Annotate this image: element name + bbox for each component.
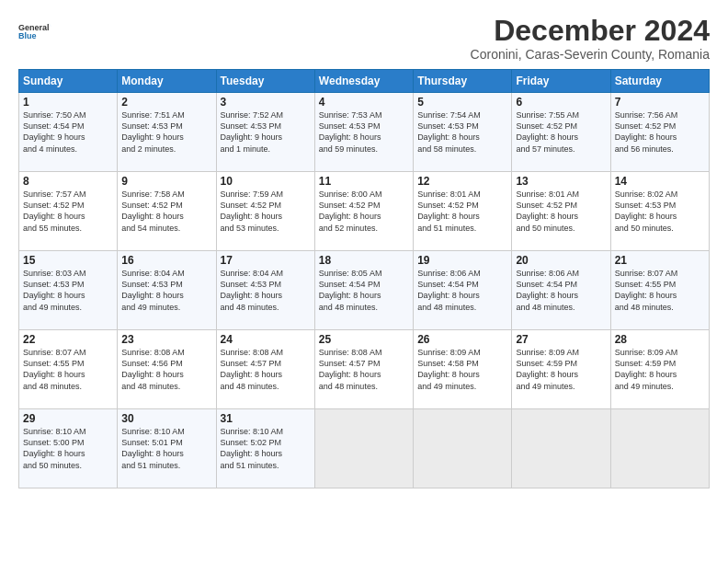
calendar-cell: 15Sunrise: 8:03 AM Sunset: 4:53 PM Dayli… — [19, 251, 118, 330]
day-number: 11 — [319, 175, 409, 188]
day-number: 25 — [319, 333, 409, 346]
calendar-cell: 13Sunrise: 8:01 AM Sunset: 4:52 PM Dayli… — [512, 172, 610, 251]
calendar-cell: 1Sunrise: 7:50 AM Sunset: 4:54 PM Daylig… — [19, 93, 118, 172]
day-number: 29 — [23, 412, 113, 425]
calendar-cell: 21Sunrise: 8:07 AM Sunset: 4:55 PM Dayli… — [610, 251, 709, 330]
day-info: Sunrise: 8:08 AM Sunset: 4:57 PM Dayligh… — [221, 347, 311, 392]
day-info: Sunrise: 7:53 AM Sunset: 4:53 PM Dayligh… — [319, 109, 409, 155]
day-number: 4 — [319, 96, 409, 109]
day-info: Sunrise: 8:06 AM Sunset: 4:54 PM Dayligh… — [516, 268, 606, 313]
header-day-tuesday: Tuesday — [216, 70, 314, 93]
day-info: Sunrise: 8:07 AM Sunset: 4:55 PM Dayligh… — [23, 347, 113, 392]
day-number: 5 — [417, 96, 507, 109]
day-number: 9 — [121, 175, 211, 188]
day-number: 8 — [23, 175, 113, 188]
calendar-cell: 30Sunrise: 8:10 AM Sunset: 5:01 PM Dayli… — [118, 409, 216, 488]
calendar-cell — [610, 409, 709, 488]
day-info: Sunrise: 8:09 AM Sunset: 4:59 PM Dayligh… — [615, 347, 705, 392]
day-info: Sunrise: 8:08 AM Sunset: 4:56 PM Dayligh… — [121, 347, 211, 392]
calendar-cell: 26Sunrise: 8:09 AM Sunset: 4:58 PM Dayli… — [414, 330, 512, 409]
day-info: Sunrise: 7:51 AM Sunset: 4:53 PM Dayligh… — [121, 109, 211, 155]
main-title: December 2024 — [471, 15, 710, 47]
day-info: Sunrise: 8:09 AM Sunset: 4:58 PM Dayligh… — [417, 347, 507, 392]
calendar-cell: 7Sunrise: 7:56 AM Sunset: 4:52 PM Daylig… — [610, 93, 709, 172]
day-number: 1 — [23, 96, 113, 109]
calendar-cell: 3Sunrise: 7:52 AM Sunset: 4:53 PM Daylig… — [216, 93, 314, 172]
week-row-3: 15Sunrise: 8:03 AM Sunset: 4:53 PM Dayli… — [19, 251, 710, 330]
calendar-cell: 14Sunrise: 8:02 AM Sunset: 4:53 PM Dayli… — [610, 172, 709, 251]
day-number: 18 — [319, 254, 409, 267]
day-info: Sunrise: 8:04 AM Sunset: 4:53 PM Dayligh… — [121, 268, 211, 313]
calendar-cell: 28Sunrise: 8:09 AM Sunset: 4:59 PM Dayli… — [610, 330, 709, 409]
calendar-cell: 5Sunrise: 7:54 AM Sunset: 4:53 PM Daylig… — [414, 93, 512, 172]
day-number: 15 — [23, 254, 113, 267]
logo-svg: General Blue — [18, 15, 51, 48]
calendar-cell: 16Sunrise: 8:04 AM Sunset: 4:53 PM Dayli… — [118, 251, 216, 330]
day-number: 10 — [221, 175, 311, 188]
day-number: 28 — [615, 333, 705, 346]
week-row-4: 22Sunrise: 8:07 AM Sunset: 4:55 PM Dayli… — [19, 330, 710, 409]
page: General Blue December 2024 Coronini, Car… — [0, 0, 728, 563]
calendar-cell: 27Sunrise: 8:09 AM Sunset: 4:59 PM Dayli… — [512, 330, 610, 409]
calendar-cell: 24Sunrise: 8:08 AM Sunset: 4:57 PM Dayli… — [216, 330, 314, 409]
header-day-wednesday: Wednesday — [314, 70, 413, 93]
day-number: 14 — [615, 175, 705, 188]
calendar-cell: 25Sunrise: 8:08 AM Sunset: 4:57 PM Dayli… — [314, 330, 413, 409]
day-info: Sunrise: 8:01 AM Sunset: 4:52 PM Dayligh… — [516, 189, 606, 234]
calendar-cell: 29Sunrise: 8:10 AM Sunset: 5:00 PM Dayli… — [19, 409, 118, 488]
calendar-cell: 31Sunrise: 8:10 AM Sunset: 5:02 PM Dayli… — [216, 409, 314, 488]
day-number: 12 — [417, 175, 507, 188]
calendar-cell: 23Sunrise: 8:08 AM Sunset: 4:56 PM Dayli… — [118, 330, 216, 409]
calendar-cell: 11Sunrise: 8:00 AM Sunset: 4:52 PM Dayli… — [314, 172, 413, 251]
day-number: 2 — [121, 96, 211, 109]
day-info: Sunrise: 8:10 AM Sunset: 5:02 PM Dayligh… — [221, 426, 311, 471]
day-info: Sunrise: 8:10 AM Sunset: 5:01 PM Dayligh… — [121, 426, 211, 471]
day-info: Sunrise: 7:50 AM Sunset: 4:54 PM Dayligh… — [23, 109, 113, 155]
calendar-cell — [414, 409, 512, 488]
header-day-monday: Monday — [118, 70, 216, 93]
calendar-table: SundayMondayTuesdayWednesdayThursdayFrid… — [18, 69, 710, 488]
subtitle: Coronini, Caras-Severin County, Romania — [471, 47, 710, 62]
day-number: 13 — [516, 175, 606, 188]
day-number: 24 — [221, 333, 311, 346]
calendar-cell: 8Sunrise: 7:57 AM Sunset: 4:52 PM Daylig… — [19, 172, 118, 251]
calendar-cell: 4Sunrise: 7:53 AM Sunset: 4:53 PM Daylig… — [314, 93, 413, 172]
day-number: 30 — [121, 412, 211, 425]
day-info: Sunrise: 8:00 AM Sunset: 4:52 PM Dayligh… — [319, 189, 409, 234]
day-info: Sunrise: 8:08 AM Sunset: 4:57 PM Dayligh… — [319, 347, 409, 392]
day-info: Sunrise: 8:09 AM Sunset: 4:59 PM Dayligh… — [516, 347, 606, 392]
header-day-friday: Friday — [512, 70, 610, 93]
svg-text:General: General — [18, 23, 50, 32]
day-number: 27 — [516, 333, 606, 346]
day-number: 22 — [23, 333, 113, 346]
day-info: Sunrise: 7:55 AM Sunset: 4:52 PM Dayligh… — [516, 109, 606, 155]
calendar-cell: 17Sunrise: 8:04 AM Sunset: 4:53 PM Dayli… — [216, 251, 314, 330]
day-number: 16 — [121, 254, 211, 267]
calendar-cell: 2Sunrise: 7:51 AM Sunset: 4:53 PM Daylig… — [118, 93, 216, 172]
header-day-thursday: Thursday — [414, 70, 512, 93]
day-info: Sunrise: 8:06 AM Sunset: 4:54 PM Dayligh… — [417, 268, 507, 313]
day-number: 21 — [615, 254, 705, 267]
day-info: Sunrise: 7:58 AM Sunset: 4:52 PM Dayligh… — [121, 189, 211, 234]
header-day-saturday: Saturday — [610, 70, 709, 93]
day-number: 23 — [121, 333, 211, 346]
calendar-cell: 20Sunrise: 8:06 AM Sunset: 4:54 PM Dayli… — [512, 251, 610, 330]
day-number: 31 — [221, 412, 311, 425]
title-block: December 2024 Coronini, Caras-Severin Co… — [471, 15, 710, 62]
day-number: 3 — [221, 96, 311, 109]
calendar-cell: 9Sunrise: 7:58 AM Sunset: 4:52 PM Daylig… — [118, 172, 216, 251]
week-row-1: 1Sunrise: 7:50 AM Sunset: 4:54 PM Daylig… — [19, 93, 710, 172]
day-info: Sunrise: 8:07 AM Sunset: 4:55 PM Dayligh… — [615, 268, 705, 313]
day-number: 19 — [417, 254, 507, 267]
header-day-sunday: Sunday — [19, 70, 118, 93]
week-row-5: 29Sunrise: 8:10 AM Sunset: 5:00 PM Dayli… — [19, 409, 710, 488]
day-number: 20 — [516, 254, 606, 267]
week-row-2: 8Sunrise: 7:57 AM Sunset: 4:52 PM Daylig… — [19, 172, 710, 251]
day-info: Sunrise: 8:05 AM Sunset: 4:54 PM Dayligh… — [319, 268, 409, 313]
logo: General Blue — [18, 15, 51, 48]
day-number: 6 — [516, 96, 606, 109]
calendar-cell — [512, 409, 610, 488]
day-info: Sunrise: 7:54 AM Sunset: 4:53 PM Dayligh… — [417, 109, 507, 155]
day-info: Sunrise: 8:04 AM Sunset: 4:53 PM Dayligh… — [221, 268, 311, 313]
day-info: Sunrise: 7:56 AM Sunset: 4:52 PM Dayligh… — [615, 109, 705, 155]
